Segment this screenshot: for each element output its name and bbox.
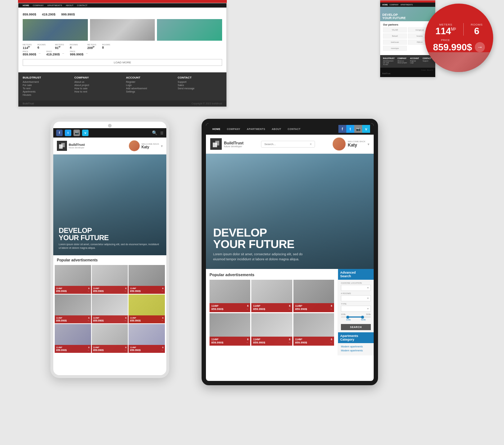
tablet-card-1[interactable]: 114M²6 859.990$→ xyxy=(210,280,250,312)
phone-username: Katy xyxy=(141,145,159,149)
phone-card-arrow-5[interactable]: → xyxy=(124,319,126,322)
footer-link-apts[interactable]: Apartments xyxy=(23,90,67,93)
nav-company[interactable]: COMPANY xyxy=(33,4,44,6)
phone-card-6[interactable]: 114M² 6 859.990$ → xyxy=(129,295,165,323)
tablet-dropdown-icon[interactable]: ▾ xyxy=(368,142,369,146)
nav-about[interactable]: ABOUT xyxy=(66,4,73,6)
rooms-dropdown-icon[interactable]: ▾ xyxy=(367,297,369,300)
mobile-nav-company[interactable]: COMPANY xyxy=(390,4,399,6)
tablet-card-3[interactable]: 114M²6 859.990$→ xyxy=(293,280,334,312)
footer-link-logo[interactable]: Logo xyxy=(126,84,171,86)
phone-facebook-icon[interactable]: f xyxy=(56,130,63,136)
phone-menu-icon[interactable]: ☰ xyxy=(160,131,163,135)
mobile-partners-title: Our partners xyxy=(383,23,432,26)
mobile-nav-apts[interactable]: APARTMENTS xyxy=(400,4,413,6)
nav-apartments[interactable]: APARTMENTS xyxy=(47,4,62,6)
range-handle-right[interactable] xyxy=(361,316,364,319)
tablet-card-4[interactable]: 114M²6 859.990$→ xyxy=(210,313,250,346)
phone-card-9[interactable]: 114M²6 859.990$→ xyxy=(129,324,165,353)
footer-link-project[interactable]: About project xyxy=(75,84,119,86)
mobile-nav-home[interactable]: HOME xyxy=(382,4,388,6)
mobile-footer-rent[interactable]: To rent xyxy=(383,64,395,66)
tablet-user: WELCOME BACK Katy ▾ xyxy=(333,138,369,150)
tablet-facebook-icon[interactable]: f xyxy=(338,125,346,133)
footer-link-sales[interactable]: Sales xyxy=(178,84,222,86)
tablet-card-2[interactable]: 114M²6 859.990$→ xyxy=(251,280,292,312)
phone-card-5[interactable]: 114M² 6 859.990$ → xyxy=(92,295,128,323)
type-field-wrap: TYPE ▾ xyxy=(341,303,371,312)
tablet-search-icon[interactable]: × xyxy=(310,142,312,146)
tablet-nav-home[interactable]: HOME xyxy=(210,126,223,132)
phone-vimeo-icon[interactable]: v xyxy=(82,130,89,136)
footer-link-howtosell[interactable]: How to sale xyxy=(75,87,119,90)
advanced-search-title: AdvancedSearch xyxy=(338,269,374,280)
footer-link-addad[interactable]: Add advertisement xyxy=(126,87,171,90)
phone-header: BuildTrust future developer WELCOME BACK… xyxy=(53,138,166,154)
phone-card-arrow-2[interactable]: → xyxy=(124,290,126,292)
phone-instagram-icon[interactable]: 📷 xyxy=(73,130,80,136)
circle-divider xyxy=(463,23,464,36)
footer-link-about[interactable]: About us xyxy=(75,81,119,83)
phone-card-1[interactable]: 114M² 6 859.990$ → xyxy=(55,265,91,294)
phone-card-4[interactable]: 114M² 6 859.990$ → xyxy=(55,295,91,323)
phone-card-arrow-3[interactable]: → xyxy=(161,290,163,292)
nav-contact[interactable]: CONTACT xyxy=(77,4,87,6)
price-slider-max: 500k xyxy=(361,319,366,321)
tablet-nav-company[interactable]: COMPANY xyxy=(224,126,243,132)
footer-link-settings[interactable]: Settings xyxy=(126,90,171,93)
tablet-logo-tagline: future developer xyxy=(224,145,243,148)
tablet-nav-contact[interactable]: CONTACT xyxy=(285,126,303,132)
phone-card-arrow-6[interactable]: → xyxy=(161,319,163,322)
phone-twitter-icon[interactable]: t xyxy=(65,130,71,136)
phone-dropdown-icon[interactable]: ▾ xyxy=(161,144,163,148)
tablet-nav-about[interactable]: ABOUT xyxy=(269,126,284,132)
tablet-nav-apartments[interactable]: APARTMENTS xyxy=(244,126,268,132)
phone-card-8[interactable]: 114M²6 859.990$→ xyxy=(92,324,128,353)
tablet-card-overlay-3: 114M²6 859.990$→ xyxy=(293,303,334,312)
phone-card-3[interactable]: 114M² 6 859.990$ → xyxy=(129,265,165,294)
tablet-vimeo-icon[interactable]: v xyxy=(362,125,370,133)
footer-link-houses[interactable]: Houses xyxy=(23,94,67,96)
location-dropdown-icon[interactable]: ▾ xyxy=(367,286,369,289)
load-more-button[interactable]: LOAD MORE xyxy=(23,59,222,66)
phone-card-2[interactable]: 114M² 6 859.990$ → xyxy=(92,265,128,294)
tablet-twitter-icon[interactable]: t xyxy=(346,125,354,133)
tablet-popular-text: Popular xyxy=(210,273,225,277)
location-field[interactable]: ▾ xyxy=(341,285,371,291)
phone-card-meters-1: 114M² xyxy=(56,287,62,289)
search-button[interactable]: SEARCH xyxy=(341,324,371,330)
footer-link-advert[interactable]: Advertisement xyxy=(23,81,67,83)
footer-link-rent[interactable]: To rent xyxy=(23,87,67,90)
tablet-card-5[interactable]: 114M²6 859.990$→ xyxy=(251,313,292,346)
footer-link-howtorent[interactable]: How to rent xyxy=(75,90,119,93)
circle-arrow-icon[interactable]: → xyxy=(475,42,485,52)
range-handle-left[interactable] xyxy=(346,316,349,319)
footer-link-sale[interactable]: For sale xyxy=(23,84,67,86)
footer-link-support[interactable]: Support xyxy=(178,81,222,83)
desktop-footer: BUILDTRUST Advertisement For sale To ren… xyxy=(18,72,226,100)
footer-link-sendmsg[interactable]: Send message xyxy=(178,87,222,90)
phone-card-7[interactable]: 114M²6 859.990$→ xyxy=(55,324,91,353)
tablet-hero-text: DEVELOPYOUR FUTURE Lorem ipsum dolor sit… xyxy=(213,227,314,262)
nav-home[interactable]: HOME xyxy=(23,4,29,6)
footer-link-register[interactable]: Register xyxy=(126,81,171,83)
tablet-card-6[interactable]: 114M²6 859.990$→ xyxy=(293,313,334,346)
phone-card-arrow-1[interactable]: → xyxy=(87,290,90,292)
tablet-instagram-icon[interactable]: 📷 xyxy=(354,125,362,133)
mobile-footer-title-2: COMPANY xyxy=(397,57,407,59)
tablet-card-overlay-4: 114M²6 859.990$→ xyxy=(210,337,250,346)
tablet-search-input[interactable] xyxy=(264,143,308,146)
type-dropdown-icon[interactable]: ▾ xyxy=(367,307,369,310)
phone-card-stats-3: 114M² 6 xyxy=(130,287,163,289)
phone-search-icon[interactable]: 🔍 xyxy=(152,130,157,135)
rooms-field[interactable]: ▾ xyxy=(341,295,371,301)
phone-card-arrow-4[interactable]: → xyxy=(87,319,90,322)
mobile-footer-logo[interactable]: Logo xyxy=(410,62,420,64)
phone-social-icons: f t 📷 v xyxy=(56,130,89,136)
category-link-1[interactable]: Modern apartments xyxy=(341,345,371,349)
category-link-2[interactable]: Modern apartments xyxy=(341,349,371,352)
desktop-footer-bottom: BuildTrust Copyright © 2023 buildtrust xyxy=(18,100,226,107)
type-field[interactable]: ▾ xyxy=(341,306,371,312)
footer-col-2: COMPANY About us About project How to sa… xyxy=(75,76,119,97)
mobile-footer-project[interactable]: About project xyxy=(397,62,407,64)
